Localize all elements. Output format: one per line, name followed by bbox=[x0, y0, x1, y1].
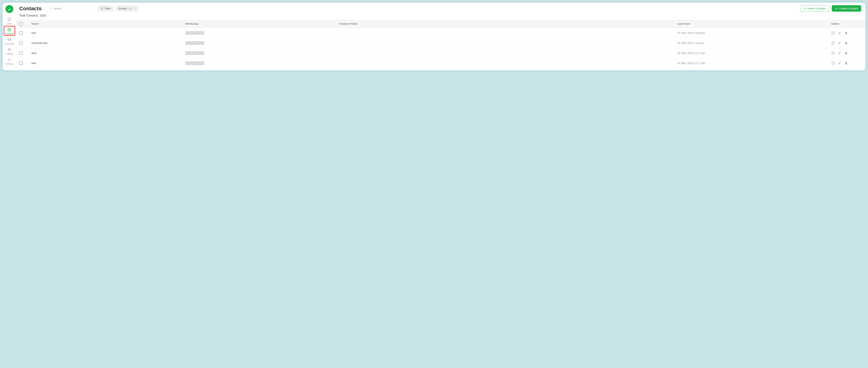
table-row: N/A 22 Feb, 2023 11:17 am bbox=[16, 58, 865, 68]
svg-point-5 bbox=[9, 29, 10, 30]
contacts-icon bbox=[7, 27, 12, 32]
create-contacts-button[interactable]: Create Contacts bbox=[832, 5, 861, 12]
cell-actions bbox=[831, 51, 862, 55]
search-input-wrapper[interactable] bbox=[46, 5, 95, 12]
table-row: Animesh Dey 22 Feb, 2023 7:44 pm bbox=[16, 38, 865, 48]
import-contacts-button[interactable]: Import Contacts bbox=[800, 5, 829, 12]
col-last-seen: Last Seen bbox=[677, 22, 831, 25]
delete-icon[interactable] bbox=[844, 61, 848, 65]
redacted-number bbox=[185, 41, 204, 45]
svg-point-3 bbox=[10, 19, 10, 20]
chevron-down-icon bbox=[133, 7, 135, 10]
cell-name: N/A bbox=[31, 31, 185, 35]
sidebar-item-label: Chat bbox=[7, 22, 11, 25]
table-header: Name WhatsApp Custom Fields Last Seen Ac… bbox=[16, 20, 865, 28]
svg-point-8 bbox=[9, 50, 10, 50]
import-label: Import Contacts bbox=[808, 7, 826, 10]
row-checkbox[interactable] bbox=[19, 51, 23, 55]
cell-last-seen: 22 Feb, 2023 12:00 pm bbox=[677, 31, 831, 35]
svg-point-1 bbox=[8, 19, 9, 20]
edit-icon[interactable] bbox=[838, 41, 841, 45]
col-custom-fields: Custom Fields bbox=[339, 22, 677, 25]
app-logo bbox=[5, 5, 13, 13]
cell-whatsapp bbox=[185, 31, 339, 35]
open-icon[interactable] bbox=[831, 51, 835, 55]
entries-label: Entries bbox=[119, 7, 127, 10]
total-label: Total Contacts: bbox=[19, 14, 39, 17]
edit-icon[interactable] bbox=[838, 31, 841, 35]
select-all-checkbox[interactable] bbox=[19, 22, 23, 26]
row-checkbox[interactable] bbox=[19, 61, 23, 65]
sidebar-item-settings[interactable]: Settings bbox=[4, 56, 15, 65]
search-icon bbox=[49, 7, 52, 10]
contacts-table: Name WhatsApp Custom Fields Last Seen Ac… bbox=[16, 20, 865, 68]
open-icon[interactable] bbox=[831, 31, 835, 35]
create-label: Create Contacts bbox=[839, 7, 858, 10]
filter-button[interactable]: Filter bbox=[98, 5, 113, 11]
search-input[interactable] bbox=[53, 7, 93, 10]
swap-vertical-icon bbox=[803, 7, 806, 10]
cell-last-seen: 22 Feb, 2023 7:44 pm bbox=[677, 41, 831, 44]
filter-label: Filter bbox=[105, 7, 111, 10]
sidebar-item-label: Contacts bbox=[5, 32, 13, 35]
edit-icon[interactable] bbox=[838, 51, 841, 55]
delete-icon[interactable] bbox=[844, 31, 848, 35]
open-icon[interactable] bbox=[831, 61, 835, 65]
total-contacts-line: Total Contacts: 1015 bbox=[16, 13, 865, 20]
sidebar: Chat Contacts Campaign Chatbots Settings bbox=[3, 3, 16, 70]
col-name: Name bbox=[31, 22, 185, 25]
edit-icon[interactable] bbox=[838, 61, 841, 65]
robot-icon bbox=[7, 48, 12, 52]
table-row: ani2 22 Feb, 2023 11:17 am bbox=[16, 48, 865, 58]
svg-point-9 bbox=[9, 59, 10, 60]
redacted-number bbox=[185, 31, 204, 35]
svg-rect-6 bbox=[8, 49, 10, 51]
top-bar: Contacts Filter Entries 10 Import Contac… bbox=[16, 3, 865, 13]
cell-actions bbox=[831, 61, 862, 65]
open-icon[interactable] bbox=[831, 41, 835, 45]
delete-icon[interactable] bbox=[844, 51, 848, 55]
plus-icon bbox=[835, 7, 838, 10]
sidebar-item-chatbots[interactable]: Chatbots bbox=[4, 47, 15, 55]
megaphone-icon bbox=[7, 37, 12, 42]
table-row: N/A 22 Feb, 2023 12:00 pm bbox=[16, 28, 865, 38]
main-content: Contacts Filter Entries 10 Import Contac… bbox=[16, 3, 865, 70]
svg-point-10 bbox=[50, 8, 51, 9]
page-title: Contacts bbox=[19, 5, 41, 11]
svg-point-12 bbox=[101, 9, 102, 9]
svg-point-7 bbox=[8, 50, 9, 50]
chat-icon bbox=[7, 17, 12, 22]
gear-icon bbox=[7, 57, 12, 62]
cell-whatsapp bbox=[185, 61, 339, 65]
sidebar-item-chat[interactable]: Chat bbox=[4, 16, 15, 25]
sidebar-item-label: Settings bbox=[5, 63, 13, 65]
col-action: Action bbox=[831, 22, 862, 25]
cell-name: N/A bbox=[31, 62, 185, 65]
cell-actions bbox=[831, 41, 862, 45]
cell-last-seen: 22 Feb, 2023 11:17 am bbox=[677, 62, 831, 65]
redacted-number bbox=[185, 61, 204, 65]
sidebar-item-label: Campaign bbox=[4, 42, 14, 45]
redacted-number bbox=[185, 51, 204, 55]
sidebar-item-label: Chatbots bbox=[5, 53, 13, 55]
row-checkbox[interactable] bbox=[19, 31, 23, 35]
cell-name: ani2 bbox=[31, 52, 185, 55]
sliders-icon bbox=[100, 7, 103, 10]
sidebar-item-campaign[interactable]: Campaign bbox=[4, 36, 15, 45]
entries-dropdown[interactable]: Entries 10 bbox=[116, 5, 138, 11]
cell-whatsapp bbox=[185, 41, 339, 45]
total-value: 1015 bbox=[39, 14, 46, 17]
sidebar-item-contacts[interactable]: Contacts bbox=[4, 26, 15, 35]
cell-whatsapp bbox=[185, 51, 339, 55]
svg-point-2 bbox=[9, 19, 9, 20]
svg-point-11 bbox=[102, 8, 103, 8]
entries-value: 10 bbox=[129, 7, 132, 10]
col-whatsapp: WhatsApp bbox=[185, 22, 339, 25]
app-frame: Chat Contacts Campaign Chatbots Settings… bbox=[1, 1, 867, 71]
cell-last-seen: 22 Feb, 2023 11:17 am bbox=[677, 52, 831, 55]
check-swoosh-icon bbox=[7, 7, 12, 11]
delete-icon[interactable] bbox=[844, 41, 848, 45]
cell-name: Animesh Dey bbox=[31, 41, 185, 44]
row-checkbox[interactable] bbox=[19, 41, 23, 45]
cell-actions bbox=[831, 31, 862, 35]
